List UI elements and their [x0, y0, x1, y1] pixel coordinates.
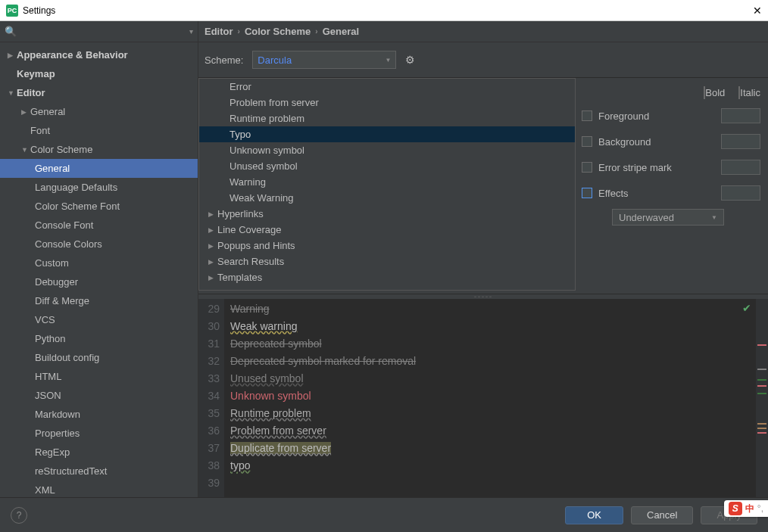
nav-item[interactable]: Console Colors	[0, 235, 198, 254]
tree-item[interactable]: ▶Popups and Hints	[199, 238, 575, 254]
background-swatch[interactable]	[721, 134, 760, 149]
tree-item[interactable]: ▶Hyperlinks	[199, 206, 575, 222]
stripe-mark[interactable]	[757, 428, 766, 429]
breadcrumb: Editor › Color Scheme › General	[198, 21, 768, 42]
chevron-down-icon[interactable]: ▾	[189, 27, 193, 36]
background-row: Background	[582, 129, 760, 154]
nav-item[interactable]: Color Scheme Font	[0, 197, 198, 216]
cancel-button[interactable]: Cancel	[631, 506, 693, 524]
tree-item[interactable]: Typo	[199, 126, 575, 142]
foreground-swatch[interactable]	[721, 108, 760, 123]
right-panel: Editor › Color Scheme › General Scheme: …	[198, 21, 768, 497]
scheme-select[interactable]: Darcula ▼	[252, 51, 396, 69]
preview-line: Problem from server	[230, 422, 756, 440]
stripe-mark[interactable]	[757, 385, 766, 387]
preview-line: typo	[230, 457, 756, 474]
preview-line: Unused symbol	[230, 370, 756, 387]
tree-item[interactable]: Unused symbol	[199, 158, 575, 174]
attribute-tree[interactable]: ErrorProblem from serverRuntime problemT…	[198, 78, 576, 291]
nav-item[interactable]: Diff & Merge	[0, 291, 198, 310]
ime-extra: °,	[757, 503, 763, 514]
nav-item[interactable]: Buildout config	[0, 348, 198, 367]
tree-item[interactable]: Warning	[199, 174, 575, 190]
preview-editor: 2930313233343536373839 ✔ WarningWeak war…	[198, 299, 768, 497]
nav-item[interactable]: Custom	[0, 254, 198, 272]
chevron-right-icon: ›	[315, 27, 317, 36]
close-icon[interactable]: ✕	[753, 5, 762, 17]
inspection-ok-icon[interactable]: ✔	[742, 302, 751, 314]
gear-icon[interactable]: ⚙	[405, 54, 415, 66]
bold-option[interactable]: Bold	[704, 87, 725, 98]
nav-item[interactable]: ▼Editor	[0, 83, 198, 102]
tree-item[interactable]: Problem from server	[199, 95, 575, 110]
scheme-value: Darcula	[258, 54, 292, 66]
help-button[interactable]: ?	[11, 507, 27, 524]
nav-item[interactable]: General	[0, 159, 198, 178]
preview-line: Unknown symbol	[230, 387, 756, 405]
search-icon: 🔍	[5, 26, 17, 37]
ok-button[interactable]: OK	[565, 506, 623, 524]
foreground-row: Foreground	[582, 103, 760, 129]
nav-item[interactable]: Markdown	[0, 405, 198, 424]
tree-item[interactable]: ▶Line Coverage	[199, 222, 575, 238]
nav-item[interactable]: VCS	[0, 310, 198, 329]
stripe-mark[interactable]	[757, 344, 766, 346]
breadcrumb-colorscheme[interactable]: Color Scheme	[245, 26, 311, 37]
foreground-checkbox[interactable]	[582, 110, 592, 121]
tree-item[interactable]: Unknown symbol	[199, 142, 575, 158]
stripe-mark[interactable]	[757, 423, 766, 425]
tree-item[interactable]: Runtime problem	[199, 110, 575, 126]
nav-item[interactable]: RegExp	[0, 443, 198, 462]
nav-item[interactable]: JSON	[0, 386, 198, 405]
tree-item[interactable]: ▶Search Results	[199, 254, 575, 269]
stripe-mark[interactable]	[757, 379, 766, 381]
nav-item[interactable]: Console Font	[0, 216, 198, 235]
tree-item[interactable]: ▶Text	[199, 285, 575, 291]
ime-indicator[interactable]: S 中 °,	[724, 500, 768, 517]
nav-item[interactable]: Debugger	[0, 272, 198, 291]
search-box[interactable]: 🔍 ▾	[0, 21, 198, 42]
nav-item[interactable]: Language Defaults	[0, 178, 198, 197]
tree-item[interactable]: Error	[199, 79, 575, 95]
errorstripe-checkbox[interactable]	[582, 162, 592, 173]
nav-item[interactable]: ▶General	[0, 102, 198, 121]
stripe-mark[interactable]	[757, 432, 766, 434]
code-preview: ✔ WarningWeak warningDeprecated symbolDe…	[224, 299, 756, 497]
bottom-bar: ? OK Cancel Apply	[0, 497, 768, 532]
foreground-label: Foreground	[598, 110, 649, 122]
sogou-icon: S	[729, 502, 742, 515]
effects-label: Effects	[598, 188, 629, 199]
nav-item[interactable]: ▶Appearance & Behavior	[0, 45, 198, 64]
background-checkbox[interactable]	[582, 136, 592, 147]
errorstripe-swatch[interactable]	[721, 160, 760, 175]
nav-item[interactable]: XML	[0, 481, 198, 497]
tree-item[interactable]: Weak Warning	[199, 190, 575, 206]
error-stripe[interactable]	[756, 299, 768, 497]
nav-item[interactable]: Properties	[0, 424, 198, 443]
effects-swatch[interactable]	[721, 185, 760, 201]
preview-line: Warning	[230, 300, 756, 318]
errorstripe-row: Error stripe mark	[582, 154, 760, 180]
nav-item[interactable]: Keymap	[0, 64, 198, 83]
stripe-mark[interactable]	[757, 393, 766, 394]
tree-item[interactable]: ▶Templates	[199, 269, 575, 285]
effects-checkbox[interactable]	[582, 188, 592, 198]
effects-row: Effects	[582, 180, 760, 206]
attribute-properties: Bold Italic Foreground Background	[579, 78, 768, 294]
window-title: Settings	[23, 5, 753, 16]
nav-item[interactable]: reStructuredText	[0, 462, 198, 481]
nav-item[interactable]: Font	[0, 121, 198, 140]
effects-type-select[interactable]: Underwaved ▼	[612, 209, 724, 226]
nav-item[interactable]: HTML	[0, 367, 198, 386]
chevron-right-icon: ›	[238, 27, 240, 36]
scheme-label: Scheme:	[204, 54, 243, 66]
settings-nav-tree[interactable]: ▶Appearance & BehaviorKeymap▼Editor▶Gene…	[0, 42, 198, 497]
search-input[interactable]	[20, 26, 189, 37]
nav-item[interactable]: Python	[0, 329, 198, 348]
nav-item[interactable]: ▼Color Scheme	[0, 140, 198, 159]
breadcrumb-general: General	[323, 26, 359, 37]
breadcrumb-editor[interactable]: Editor	[204, 26, 233, 37]
italic-option[interactable]: Italic	[738, 87, 760, 98]
stripe-mark[interactable]	[757, 369, 766, 370]
app-icon: PC	[6, 5, 18, 17]
